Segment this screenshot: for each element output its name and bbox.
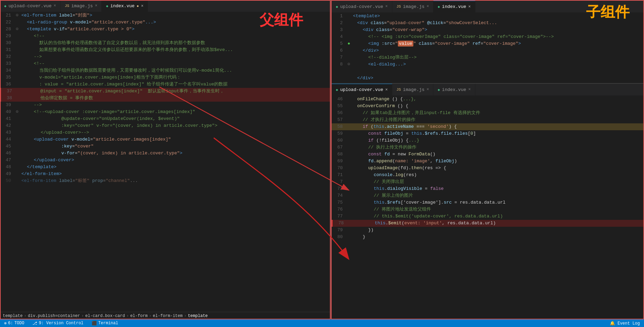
tab-upload-cover-right-top[interactable]: ◆ upload-cover.vue ×: [332, 1, 392, 13]
close-icon[interactable]: ×: [468, 4, 471, 9]
error-icon: ⊗: [4, 321, 7, 326]
status-vcs[interactable]: ⎇ 9: Version Control: [31, 319, 85, 327]
code-line-31: 31 如果想要在事件处理函数自定义传参以后还想要原来的那个事件本身的参数，则手动…: [0, 47, 331, 53]
breadcrumb-item: el-form-item: [153, 314, 182, 318]
rb-line-79: 79 }): [332, 227, 643, 234]
code-line-30: 30 默认的当你给事件处理函数传递了自定义参数以后，就无法得到原本的那个数据参数: [0, 40, 331, 47]
gutter-fold[interactable]: ⊙: [346, 61, 352, 68]
r-line-blank: [332, 68, 643, 75]
rb-line-56: 56 // 如果tab是上传图片，并且input-file 有选择的文件: [332, 110, 643, 116]
tab-label: image.js: [71, 3, 93, 9]
code-line-47: 47 </upload-cover>: [0, 157, 331, 164]
close-icon[interactable]: ×: [385, 4, 388, 9]
tab-label: image.js: [403, 87, 424, 92]
left-editor-panel: ◆ upload-cover.vue × JS image.js × ◆ ind…: [0, 0, 331, 319]
error-count: 6:: [8, 321, 13, 326]
r-line-3: 3 <div class="cover-wrap">: [332, 27, 643, 33]
left-code-editor[interactable]: 21 ⊙ <el-form-item label="封面"> 22 <el-ra…: [0, 12, 331, 312]
breadcrumb-item: el-form: [130, 314, 148, 318]
fold-icon-28[interactable]: ⊙: [14, 26, 20, 33]
right-top-code[interactable]: 1 <template> 2 <div class="upload-cover"…: [332, 13, 643, 83]
breadcrumb-item: div.publish=container: [28, 314, 80, 318]
code-line-34: 34 当我们给子组件提供的数据既需要使用，又需要修改时，这个时候我们可以使用v-…: [0, 67, 331, 74]
r-line-9: </div>: [332, 75, 643, 82]
rb-line-73: 73 this.dialogVisible = false: [332, 185, 643, 192]
breadcrumb-item-active: template: [188, 314, 208, 318]
rb-line-78: 78 this.$emit(event: 'input', res.data.d…: [332, 220, 643, 227]
annotation-fu-label: 父组件: [260, 10, 303, 30]
status-terminal[interactable]: ⬛ Terminal: [90, 319, 120, 327]
gutter-green: ●: [346, 40, 352, 47]
right-bottom-code[interactable]: 46 onFileChange () {...}, 55 onCoverConf…: [332, 96, 643, 319]
fold-icon-40[interactable]: ⊙: [14, 109, 20, 115]
status-event-log[interactable]: 🔔 Event Log: [608, 319, 641, 327]
r-line-4: 4 <!-- <img :src="coverImage" class="cov…: [332, 33, 643, 40]
rb-line-7: 7 // 关闭弹出层: [332, 178, 643, 185]
rb-line-75: 75 this.$refs['cover-image'].src = res.d…: [332, 199, 643, 206]
status-error[interactable]: ⊗ 6: TODO: [3, 319, 26, 327]
tab-label: index.vue: [110, 3, 134, 9]
modified-indicator: ●: [137, 4, 139, 8]
close-icon[interactable]: ×: [95, 3, 97, 8]
close-icon[interactable]: ×: [426, 87, 429, 92]
code-line-39: 39 -->: [0, 102, 331, 109]
main-window: ◆ upload-cover.vue × JS image.js × ◆ ind…: [0, 0, 644, 327]
left-breadcrumb: template › div.publish=container › el-ca…: [0, 312, 331, 319]
code-line-32: 32 -->: [0, 53, 331, 60]
code-line-35: 35 v-model="article.cover.images[index]相…: [0, 74, 331, 81]
tab-label: image.js: [403, 4, 424, 9]
tab-upload-cover-vue-left[interactable]: ◆ upload-cover.vue ×: [0, 0, 61, 12]
tab-image-js-left[interactable]: JS image.js ×: [61, 0, 102, 12]
code-line-33: 33 <!--: [0, 60, 331, 67]
code-line-50: 50 <el-form-item label="标签" prop="channe…: [0, 177, 331, 184]
close-icon[interactable]: ×: [426, 4, 429, 9]
status-bar: ⊗ 6: TODO ⎇ 9: Version Control ⬛ Termina…: [0, 319, 644, 327]
tab-index-vue-right-bottom[interactable]: ◆ index.vue ×: [433, 84, 475, 96]
tab-label: index.vue: [442, 4, 466, 9]
r-line-6: 6 </div>: [332, 47, 643, 54]
tab-image-js-right-top[interactable]: JS image.js ×: [392, 1, 434, 13]
right-bottom-tab-bar: ◆ upload-cover.vue × JS image.js × ◆ ind…: [332, 84, 643, 96]
code-line-40: 40 ⊙ <!--<upload-cover :cover-image="art…: [0, 109, 331, 115]
rb-line-60: 60 if (!fileObj) {...}: [332, 137, 643, 144]
tab-label: upload-cover.vue: [340, 87, 383, 92]
breadcrumb-item: el-card.box-card: [85, 314, 125, 318]
tab-image-js-right-bottom[interactable]: JS image.js ×: [392, 84, 434, 96]
vcs-label: 9: Version Control: [39, 321, 83, 326]
code-line-49: 49 </el-form-item>: [0, 171, 331, 177]
rb-line-71: 71 console.log(res): [332, 172, 643, 178]
close-icon[interactable]: ×: [468, 87, 471, 92]
terminal-icon: ⬛: [92, 321, 97, 326]
tab-index-vue-right-top[interactable]: ◆ index.vue ×: [433, 1, 475, 13]
r-line-7: 7 <!--dialog弹出层-->: [332, 54, 643, 61]
rb-line-77: 77 // this.$emit('update-cover', res.dat…: [332, 213, 643, 220]
tab-index-vue-left[interactable]: ◆ index.vue ● ×: [102, 0, 148, 12]
rb-line-70: 70 uploadImage(fd).then(res => {: [332, 165, 643, 172]
annotation-zi-label: 子组件: [586, 2, 630, 22]
tab-label: upload-cover.vue: [340, 4, 383, 9]
tab-upload-cover-right-bottom[interactable]: ◆ upload-cover.vue ×: [332, 84, 392, 96]
breadcrumb-item: template: [3, 314, 23, 318]
rb-line-58: 58 if (this.activeName === 'second') {: [332, 123, 643, 130]
rb-line-76: 76 // 将图片地址发送给父组件: [332, 206, 643, 213]
fold-icon[interactable]: ⊙: [14, 12, 20, 19]
vue-icon: ◆: [336, 4, 338, 9]
code-line-43: 43 </upload-cover>-->: [0, 129, 331, 136]
rb-line-55: 55 onCoverConfirm () {: [332, 103, 643, 110]
rb-line-67: 67 // 执行上传文件的操作: [332, 144, 643, 151]
close-icon[interactable]: ×: [385, 88, 388, 92]
code-line-44: 44 <upload-cover v-model="article.cover.…: [0, 136, 331, 143]
r-line-5: 5 ● <img :src="value" class="cover-image…: [332, 40, 643, 47]
event-log-label: 🔔 Event Log: [610, 321, 640, 326]
rb-line-59: 59 const fileObj = this.$refs.file.files…: [332, 130, 643, 137]
close-icon[interactable]: ×: [53, 3, 56, 8]
rb-line-57: 57 // 才执行上传图片的操作: [332, 116, 643, 123]
rb-line-68: 68 const fd = new FormData(): [332, 151, 643, 158]
close-icon[interactable]: ×: [141, 4, 143, 9]
rb-line-46: 46 onFileChange () {...},: [332, 96, 643, 103]
code-line-29: 29 <!--: [0, 33, 331, 40]
todo-label: TODO: [14, 321, 24, 326]
js-icon-left: JS: [65, 4, 69, 8]
tab-label: index.vue: [442, 87, 466, 92]
code-line-41: 41 @update-cover="onUpdateCover(index, $…: [0, 115, 331, 122]
